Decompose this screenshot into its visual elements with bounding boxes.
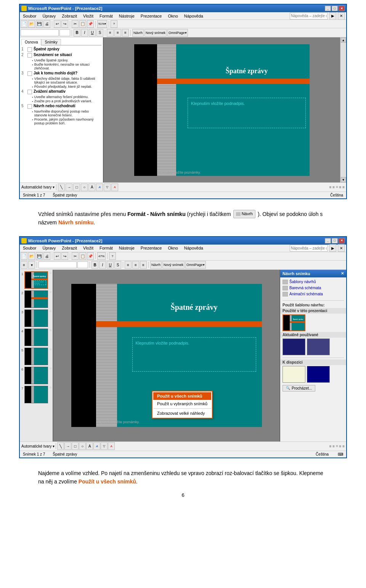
tb-arrow-1[interactable]: → [66,184,72,191]
tb-fill-2[interactable]: ▽ [101,442,108,450]
font-size-input-2[interactable]: 18 [77,261,88,268]
tb-ellipse-2[interactable]: ○ [79,442,86,450]
tb-cut-1[interactable]: ✂ [72,20,79,28]
tb-new-2[interactable]: 📄 [21,252,27,260]
menu-nastroje-1[interactable]: Nástroje [117,13,136,19]
tb-align-center-2[interactable]: ≡ [132,261,139,269]
tb-line-2[interactable]: ╲ [57,442,64,450]
slide-thumb-item-3[interactable]: 3 ☆ [21,309,51,327]
tb-cut-2[interactable]: ✂ [72,252,79,260]
tb-view-down[interactable]: ▾ [28,261,35,269]
tb-help-2[interactable]: ? [109,252,116,260]
tb-align-left-1[interactable]: ≡ [107,29,114,37]
tb-save-1[interactable]: 💾 [36,20,43,28]
autoshapes-label-2[interactable]: Automatické tvary ▾ [21,444,55,448]
tb-fontcolor-1[interactable]: A [111,184,118,191]
tb-align-right-2[interactable]: ≡ [140,261,147,269]
panel-small-thumb-3a[interactable] [283,366,305,383]
slide-thumb-item-4[interactable]: 4 ☆ [21,329,51,346]
ctx-item-1[interactable]: Použít u všech snímků [153,392,211,400]
tb-underline-2[interactable]: U [107,261,114,269]
slide-thumb-item-1[interactable]: 1 Špatné zprávy Klepnutím vložíte podnad… [21,271,51,289]
tb-shadow-2[interactable]: S [114,261,121,269]
menu-vlozit-2[interactable]: Vložit [82,245,95,251]
panel-link-3[interactable]: Animační schémata [283,291,344,297]
tb-copy-1[interactable]: 📋 [79,20,86,28]
tb-redo-1[interactable]: ↪ [61,20,68,28]
tb-zoom-2[interactable]: 47% [97,252,106,260]
slide-title-1[interactable]: Špatné zprávy [188,67,306,75]
tb-align-center-1[interactable]: ≡ [114,29,121,37]
win1-close[interactable]: ✕ [339,6,345,11]
win1-minimize[interactable]: _ [325,6,331,11]
menu-zobrazit-2[interactable]: Zobrazit [60,245,79,251]
font-size-input-1[interactable]: 18 [59,29,70,36]
font-name-input-2[interactable]: Times New Roman [39,261,77,268]
tb-arrow-2[interactable]: → [64,442,71,450]
tb-rect-2[interactable]: □ [72,442,79,450]
slide-thumb-item-2[interactable]: 2 ☆ [21,290,51,308]
tb-textbox-2[interactable]: A [86,442,93,450]
search-btn-1[interactable]: ▶ [329,12,336,20]
menu-vlozit-1[interactable]: Vložit [82,13,95,19]
slide-thumb-6[interactable] [24,367,48,384]
close-search-1[interactable]: ✕ [338,12,345,20]
tb-italic-2[interactable]: I [99,261,106,269]
slide-subtitle-1[interactable]: Klepnutím vložíte podnadpis. [188,98,306,128]
autoshapes-label-1[interactable]: Automatické tvary ▾ [21,185,55,189]
menu-upravy-1[interactable]: Úpravy [41,13,57,19]
tb-omnipage-2[interactable]: OmniPage▾ [185,261,206,269]
tb-copy-2[interactable]: 📋 [79,252,86,260]
tb-fontcolor-2[interactable]: A [108,442,115,450]
main-slide-notes-2[interactable]: Klepnutím vložíte poznámky. [96,420,140,424]
tb-print-2[interactable]: 🖨 [43,252,50,260]
tab-osnova-1[interactable]: Osnova [21,39,41,45]
slide-thumb-1[interactable]: Špatné zprávy Klepnutím vložíte podnadpi… [24,271,48,289]
tb-misc2[interactable]: ? [111,20,117,28]
tb-omnipage-1[interactable]: OmniPage▾ [167,29,188,37]
tb-bold-2[interactable]: B [92,261,98,269]
search-input-2[interactable] [290,245,328,251]
win1-maximize[interactable]: □ [332,6,338,11]
menu-zobrazit-1[interactable]: Zobrazit [60,13,79,19]
tb-save-2[interactable]: 💾 [36,252,43,260]
ctx-item-3[interactable]: Zobrazovat velké náhledy [153,409,211,417]
menu-prezentace-2[interactable]: Prezentace [139,245,164,251]
slide-thumb-item-7[interactable]: 7 ☆ [21,386,51,403]
tb-align-right-1[interactable]: ≡ [122,29,129,37]
menu-format-2[interactable]: Formát [98,245,114,251]
tb-view-toggle[interactable]: ≡ [21,261,27,269]
close-search-2[interactable]: ✕ [338,244,345,252]
tb-wordart-1[interactable]: A [96,184,103,191]
search-btn-2[interactable]: ▶ [329,244,336,252]
tb-print-1[interactable]: 🖨 [43,20,50,28]
panel-small-thumb-2b[interactable] [307,338,330,355]
tb-bold-1[interactable]: B [74,29,80,37]
ctx-item-2[interactable]: Použít u vybraných snímků [153,400,211,408]
menu-upravy-2[interactable]: Úpravy [41,245,57,251]
tb-new-slide-2[interactable]: Nový snímek [162,261,185,269]
tb-align-left-2[interactable]: ≡ [125,261,132,269]
menu-okno-1[interactable]: Okno [166,13,179,19]
tb-line-1[interactable]: ╲ [58,184,65,191]
main-slide-subtitle-2[interactable]: Klepnutím vložíte podnadpis. [132,337,256,372]
search-input-1[interactable] [290,13,328,19]
tb-shadow-1[interactable]: S [96,29,103,37]
panel-link-2[interactable]: Barevná schémata [283,285,344,291]
menu-soubor-2[interactable]: Soubor [21,245,38,251]
slide-thumb-2[interactable] [24,290,48,308]
font-name-input-1[interactable]: Times New Roman [21,29,59,36]
navrh-btn-inline[interactable]: Návrh [233,210,255,218]
menu-format-1[interactable]: Formát [98,13,114,19]
tb-new-1[interactable]: 📄 [21,20,27,28]
slide-thumb-4[interactable] [24,329,48,346]
slide-thumb-item-5[interactable]: 5 ☆ [21,348,51,365]
menu-soubor-1[interactable]: Soubor [21,13,38,19]
win2-close[interactable]: ✕ [339,238,345,243]
menu-napoveda-2[interactable]: Nápověda [183,245,205,251]
tb-paste-1[interactable]: 📌 [87,20,94,28]
tb-open-2[interactable]: 📂 [28,252,35,260]
panel-close-icon-2[interactable]: ✕ [341,271,344,275]
tb-nav-btn-2[interactable]: Návrh [150,261,162,269]
menu-nastroje-2[interactable]: Nástroje [117,245,136,251]
